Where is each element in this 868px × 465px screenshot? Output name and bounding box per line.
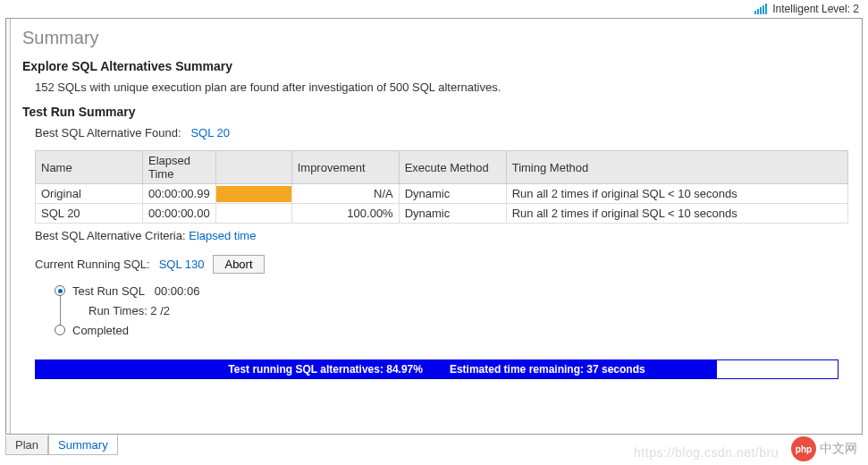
cell-timing: Run all 2 times if original SQL < 10 sec… (506, 184, 847, 204)
criteria-link[interactable]: Elapsed time (189, 229, 256, 242)
testrun-heading: Test Run Summary (22, 105, 851, 119)
cell-elapsed: 00:00:00.00 (143, 204, 216, 224)
best-sql-label: Best SQL Alternative Found: (35, 126, 181, 140)
timeline-step-label: Test Run SQL (72, 284, 145, 298)
cell-improvement: N/A (291, 184, 399, 204)
timeline: Test Run SQL 00:00:06 Run Times: 2 /2 Co… (55, 283, 851, 338)
explore-heading: Explore SQL Alternatives Summary (22, 59, 851, 73)
summary-panel: Summary Explore SQL Alternatives Summary… (5, 18, 863, 435)
signal-icon (754, 4, 767, 14)
timeline-bullet-active-icon (55, 285, 65, 296)
php-badge-icon: php (791, 436, 816, 461)
timeline-runtimes: Run Times: 2 /2 (88, 304, 170, 317)
criteria-label: Best SQL Alternative Criteria: (35, 229, 186, 242)
timeline-completed: Completed (72, 324, 129, 337)
col-bar (215, 151, 291, 184)
timeline-bullet-icon (55, 325, 65, 335)
col-improvement[interactable]: Improvement (291, 151, 399, 184)
cell-elapsed: 00:00:00.99 (143, 184, 216, 204)
intelligent-level-label: Intelligent Level: 2 (772, 3, 859, 15)
tab-summary[interactable]: Summary (48, 435, 118, 455)
cell-name: SQL 20 (36, 204, 143, 224)
cell-improvement: 100.00% (291, 204, 399, 224)
running-sql-link[interactable]: SQL 130 (159, 258, 205, 271)
tab-plan[interactable]: Plan (5, 435, 48, 455)
cell-exec: Dynamic (399, 204, 506, 224)
cell-bar (215, 204, 291, 224)
table-row[interactable]: Original 00:00:00.99 N/A Dynamic Run all… (36, 184, 848, 204)
col-elapsed[interactable]: Elapsed Time (143, 151, 216, 184)
cell-exec: Dynamic (399, 184, 506, 204)
table-row[interactable]: SQL 20 00:00:00.00 100.00% Dynamic Run a… (36, 204, 848, 224)
running-label: Current Running SQL: (35, 258, 150, 271)
col-exec[interactable]: Execute Method (399, 151, 506, 184)
timeline-step-time: 00:00:06 (155, 284, 200, 298)
abort-button[interactable]: Abort (213, 255, 264, 274)
watermark-site: 中文网 (820, 441, 857, 457)
cell-bar (215, 184, 291, 204)
panel-splitter[interactable] (6, 19, 11, 434)
col-name[interactable]: Name (36, 151, 143, 184)
results-table: Name Elapsed Time Improvement Execute Me… (35, 150, 848, 224)
best-sql-link[interactable]: SQL 20 (190, 126, 230, 140)
progress-bar: Test running SQL alternatives: 84.97% Es… (35, 359, 839, 379)
cell-name: Original (36, 184, 143, 204)
watermark-url: https://blog.csdn.net/bru (634, 445, 779, 460)
col-timing[interactable]: Timing Method (506, 151, 847, 184)
progress-text-right: Estimated time remaining: 37 seconds (450, 363, 645, 376)
explore-body: 152 SQLs with unique execution plan are … (35, 80, 851, 94)
page-title: Summary (22, 28, 851, 48)
watermark: php 中文网 (791, 436, 857, 461)
progress-text-left: Test running SQL alternatives: 84.97% (228, 363, 423, 376)
cell-timing: Run all 2 times if original SQL < 10 sec… (506, 204, 847, 224)
